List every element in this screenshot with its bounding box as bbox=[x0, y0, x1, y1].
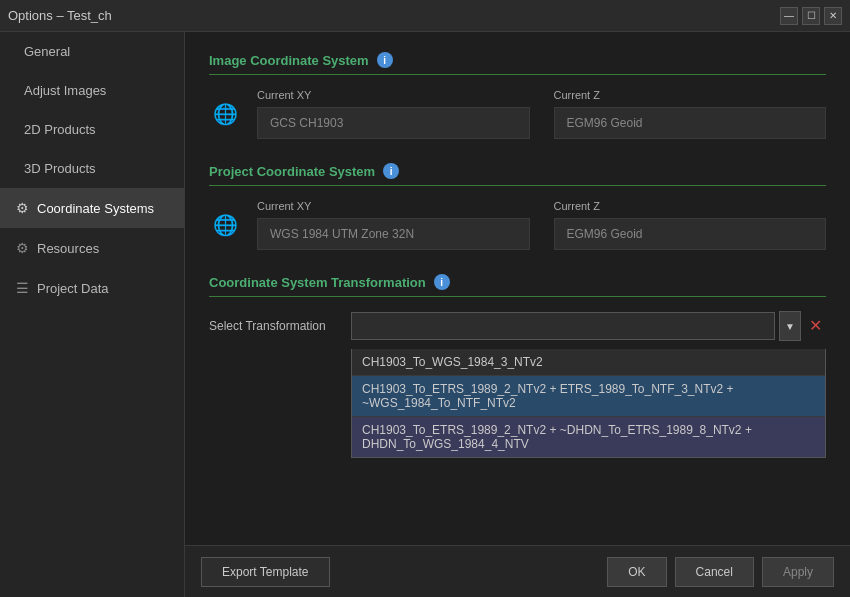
image-coordinate-system-section: Image Coordinate System i 🌐 Current XY C… bbox=[209, 52, 826, 139]
globe-icon-image: 🌐 bbox=[209, 98, 241, 130]
sidebar-item-general[interactable]: General bbox=[0, 32, 184, 71]
image-coord-section-header: Image Coordinate System i bbox=[209, 52, 826, 75]
image-coord-title: Image Coordinate System bbox=[209, 53, 369, 68]
dropdown-item-0[interactable]: CH1903_To_WGS_1984_3_NTv2 bbox=[352, 349, 825, 376]
image-coord-row: 🌐 Current XY Current Z bbox=[209, 89, 826, 139]
project-data-icon: ☰ bbox=[16, 280, 29, 296]
apply-button[interactable]: Apply bbox=[762, 557, 834, 587]
project-coord-info-icon[interactable]: i bbox=[383, 163, 399, 179]
bottom-left: Export Template bbox=[201, 557, 330, 587]
transformation-section-header: Coordinate System Transformation i bbox=[209, 274, 826, 297]
sidebar-item-3d-products[interactable]: 3D Products bbox=[0, 149, 184, 188]
window-title: Options – Test_ch bbox=[8, 8, 112, 23]
window-controls: — ☐ ✕ bbox=[780, 7, 842, 25]
project-coord-section-header: Project Coordinate System i bbox=[209, 163, 826, 186]
project-coord-fields: Current XY Current Z bbox=[257, 200, 826, 250]
transformation-select-label: Select Transformation bbox=[209, 319, 339, 333]
project-z-label: Current Z bbox=[554, 200, 827, 212]
sidebar-item-label: 3D Products bbox=[24, 161, 96, 176]
sidebar-item-project-data[interactable]: ☰ Project Data bbox=[0, 268, 184, 308]
project-xy-group: Current XY bbox=[257, 200, 530, 250]
sidebar-item-label: Resources bbox=[37, 241, 99, 256]
main-layout: General Adjust Images 2D Products 3D Pro… bbox=[0, 32, 850, 597]
content-area: Image Coordinate System i 🌐 Current XY C… bbox=[185, 32, 850, 597]
transform-select-wrapper: ▼ ✕ bbox=[351, 311, 826, 341]
transformation-dropdown-list: CH1903_To_WGS_1984_3_NTv2 CH1903_To_ETRS… bbox=[351, 349, 826, 458]
minimize-button[interactable]: — bbox=[780, 7, 798, 25]
image-z-input[interactable] bbox=[554, 107, 827, 139]
sidebar-item-label: Coordinate Systems bbox=[37, 201, 154, 216]
sidebar-item-resources[interactable]: ⚙ Resources bbox=[0, 228, 184, 268]
resources-icon: ⚙ bbox=[16, 240, 29, 256]
sidebar-item-2d-products[interactable]: 2D Products bbox=[0, 110, 184, 149]
content-scroll: Image Coordinate System i 🌐 Current XY C… bbox=[185, 32, 850, 545]
project-z-group: Current Z bbox=[554, 200, 827, 250]
image-coord-info-icon[interactable]: i bbox=[377, 52, 393, 68]
image-z-group: Current Z bbox=[554, 89, 827, 139]
transformation-info-icon[interactable]: i bbox=[434, 274, 450, 290]
project-xy-label: Current XY bbox=[257, 200, 530, 212]
project-xy-input[interactable] bbox=[257, 218, 530, 250]
transformation-section: Coordinate System Transformation i Selec… bbox=[209, 274, 826, 458]
transformation-title: Coordinate System Transformation bbox=[209, 275, 426, 290]
project-coordinate-system-section: Project Coordinate System i 🌐 Current XY… bbox=[209, 163, 826, 250]
sidebar-item-label: Project Data bbox=[37, 281, 109, 296]
project-coord-title: Project Coordinate System bbox=[209, 164, 375, 179]
coordinate-systems-icon: ⚙ bbox=[16, 200, 29, 216]
sidebar-item-label: 2D Products bbox=[24, 122, 96, 137]
bottom-right: OK Cancel Apply bbox=[607, 557, 834, 587]
image-xy-input[interactable] bbox=[257, 107, 530, 139]
dropdown-item-1[interactable]: CH1903_To_ETRS_1989_2_NTv2 + ETRS_1989_T… bbox=[352, 376, 825, 417]
sidebar-item-label: Adjust Images bbox=[24, 83, 106, 98]
sidebar: General Adjust Images 2D Products 3D Pro… bbox=[0, 32, 185, 597]
image-coord-fields: Current XY Current Z bbox=[257, 89, 826, 139]
restore-button[interactable]: ☐ bbox=[802, 7, 820, 25]
project-coord-row: 🌐 Current XY Current Z bbox=[209, 200, 826, 250]
title-bar: Options – Test_ch — ☐ ✕ bbox=[0, 0, 850, 32]
export-template-button[interactable]: Export Template bbox=[201, 557, 330, 587]
sidebar-item-coordinate-systems[interactable]: ⚙ Coordinate Systems bbox=[0, 188, 184, 228]
bottom-bar: Export Template OK Cancel Apply bbox=[185, 545, 850, 597]
dropdown-item-2[interactable]: CH1903_To_ETRS_1989_2_NTv2 + ~DHDN_To_ET… bbox=[352, 417, 825, 457]
ok-button[interactable]: OK bbox=[607, 557, 666, 587]
transformation-dropdown-btn[interactable]: ▼ bbox=[779, 311, 801, 341]
image-xy-label: Current XY bbox=[257, 89, 530, 101]
transformation-input[interactable] bbox=[351, 312, 775, 340]
sidebar-item-adjust-images[interactable]: Adjust Images bbox=[0, 71, 184, 110]
globe-icon-project: 🌐 bbox=[209, 209, 241, 241]
sidebar-item-label: General bbox=[24, 44, 70, 59]
transformation-clear-button[interactable]: ✕ bbox=[805, 318, 826, 334]
cancel-button[interactable]: Cancel bbox=[675, 557, 754, 587]
image-xy-group: Current XY bbox=[257, 89, 530, 139]
close-button[interactable]: ✕ bbox=[824, 7, 842, 25]
project-z-input[interactable] bbox=[554, 218, 827, 250]
image-z-label: Current Z bbox=[554, 89, 827, 101]
transform-select-row: Select Transformation ▼ ✕ bbox=[209, 311, 826, 341]
